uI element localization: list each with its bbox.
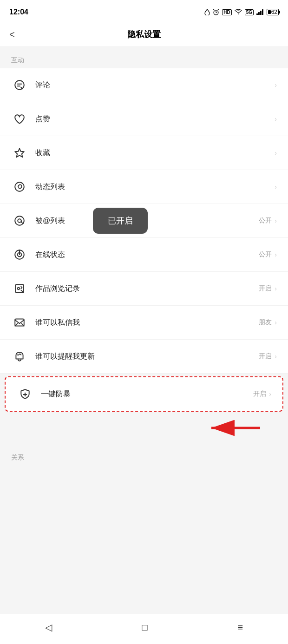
online-chevron: › <box>275 251 277 258</box>
svg-rect-6 <box>258 12 260 15</box>
page-header: < 隐私设置 <box>0 22 288 47</box>
menu-item-shield[interactable]: 一键防暴 开启 › <box>5 376 283 412</box>
menu-item-dm[interactable]: 谁可以私信我 朋友 › <box>0 306 288 340</box>
section-label-interaction: 互动 <box>0 47 288 68</box>
collect-icon <box>11 145 28 161</box>
5g-badge: 5G <box>245 9 254 15</box>
tooltip-bubble: 已开启 <box>93 208 148 234</box>
dm-icon <box>11 314 28 331</box>
svg-rect-7 <box>260 11 262 15</box>
menu-item-like[interactable]: 点赞 › <box>0 102 288 136</box>
svg-rect-8 <box>262 9 263 15</box>
wifi-icon <box>235 9 242 15</box>
red-arrow-icon <box>204 416 260 440</box>
section-label-relation: 关系 <box>0 444 288 466</box>
menu-item-online[interactable]: 在线状态 公开 › <box>0 238 288 272</box>
svg-rect-5 <box>256 13 258 15</box>
signal-icon <box>256 9 264 15</box>
hd-badge: HD <box>222 9 231 15</box>
history-label: 作品浏览记录 <box>35 284 259 294</box>
remind-value: 开启 <box>259 352 272 361</box>
menu-item-history[interactable]: 作品浏览记录 开启 › <box>0 272 288 306</box>
menu-item-remind[interactable]: 谁可以提醒我更新 开启 › <box>0 340 288 374</box>
shield-value: 开启 <box>253 390 266 398</box>
dm-chevron: › <box>275 319 277 326</box>
battery-icon: 62 <box>267 9 279 15</box>
dm-value: 朋友 <box>259 318 272 327</box>
svg-point-23 <box>17 354 19 355</box>
battery-text: 62 <box>271 9 277 15</box>
status-icons: HD 5G 62 <box>204 9 279 15</box>
red-arrow-container <box>0 414 288 444</box>
like-label: 点赞 <box>35 114 275 124</box>
dm-label: 谁可以私信我 <box>35 318 259 328</box>
status-time: 12:04 <box>9 8 28 16</box>
svg-point-13 <box>15 216 24 225</box>
back-button[interactable]: < <box>9 29 15 40</box>
at-list-value: 公开 <box>259 217 272 225</box>
svg-line-4 <box>218 9 219 10</box>
status-bar: 12:04 HD 5G <box>0 0 288 22</box>
history-chevron: › <box>275 285 277 292</box>
nav-home-button[interactable]: □ <box>133 620 157 635</box>
dynamic-label: 动态列表 <box>35 182 275 192</box>
history-icon <box>11 280 28 297</box>
svg-marker-10 <box>15 148 24 157</box>
svg-point-18 <box>18 288 20 289</box>
like-chevron: › <box>275 115 277 123</box>
shield-chevron: › <box>269 390 271 398</box>
history-value: 开启 <box>259 284 272 293</box>
svg-point-9 <box>15 80 24 90</box>
dynamic-icon <box>11 178 28 195</box>
remind-icon <box>11 348 28 365</box>
at-icon <box>11 212 28 229</box>
nav-back-button[interactable]: ◁ <box>36 620 61 635</box>
page-title: 隐私设置 <box>127 29 161 40</box>
shield-icon <box>17 386 33 402</box>
online-label: 在线状态 <box>35 250 259 260</box>
bottom-nav: ◁ □ ≡ <box>0 614 288 644</box>
shield-label: 一键防暴 <box>41 389 253 399</box>
interaction-menu-list: 评论 › 点赞 › 收藏 › 动态列表 › <box>0 68 288 374</box>
collect-chevron: › <box>275 149 277 157</box>
menu-item-dynamic[interactable]: 动态列表 › <box>0 170 288 204</box>
dynamic-chevron: › <box>275 183 277 191</box>
svg-point-11 <box>15 182 24 191</box>
collect-label: 收藏 <box>35 148 275 158</box>
svg-line-3 <box>213 9 214 10</box>
remind-chevron: › <box>275 353 277 360</box>
like-icon <box>11 111 28 127</box>
water-icon <box>204 9 210 15</box>
menu-item-at-list[interactable]: 被@列表 已开启 公开 › <box>0 204 288 238</box>
comment-chevron: › <box>275 81 277 89</box>
svg-point-12 <box>18 187 19 188</box>
menu-item-comment[interactable]: 评论 › <box>0 68 288 102</box>
menu-item-collect[interactable]: 收藏 › <box>0 136 288 170</box>
comment-icon <box>11 77 28 93</box>
online-icon <box>11 246 28 263</box>
alarm-icon <box>213 9 219 15</box>
nav-menu-button[interactable]: ≡ <box>228 620 252 635</box>
remind-label: 谁可以提醒我更新 <box>35 352 259 361</box>
online-value: 公开 <box>259 250 272 259</box>
at-list-chevron: › <box>275 217 277 224</box>
comment-label: 评论 <box>35 80 275 90</box>
svg-point-14 <box>18 219 21 223</box>
